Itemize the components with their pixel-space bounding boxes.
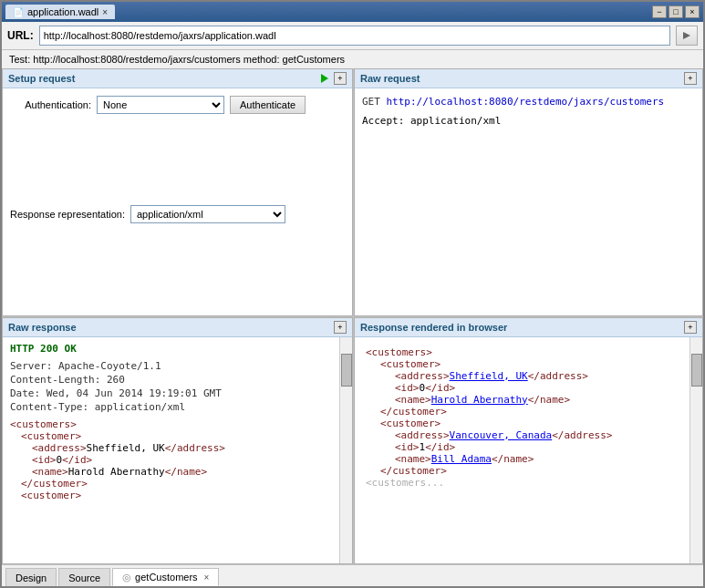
raw-response-expand-icon[interactable]: + [334, 321, 347, 334]
xml-line-4: <id>0</id> [10, 454, 337, 466]
response-repr-row: Response representation: application/xml… [10, 205, 345, 223]
tab-source-label: Source [68, 573, 100, 583]
br-line-customer2: <customer> [366, 418, 684, 429]
title-tab[interactable]: 📄 application.wadl × [5, 5, 115, 19]
br-line-name1: <name>Harold Abernathy</name> [366, 394, 684, 406]
http-method: GET [362, 96, 380, 108]
browser-response-scroll[interactable]: <customers> <customer> <address>Sheffiel… [362, 343, 688, 559]
url-toolbar: URL: [2, 22, 703, 50]
br-line-address1: <address>Sheffield, UK</address> [366, 370, 684, 382]
browser-response-expand-icon[interactable]: + [684, 321, 697, 334]
tab-getcustomers-label: getCustomers [135, 572, 197, 583]
play-icon [321, 74, 328, 83]
raw-request-panel: Raw request + GET http://localhost:8080/… [354, 68, 703, 316]
xml-line-5: <name>Harold Abernathy</name> [10, 466, 337, 478]
test-info: Test: http://localhost:8080/restdemo/jax… [2, 50, 703, 68]
br-line-end-customer1: </customer> [366, 406, 684, 418]
raw-request-content: GET http://localhost:8080/restdemo/jaxrs… [355, 88, 702, 315]
tab-design[interactable]: Design [5, 568, 57, 586]
raw-response-content: HTTP 200 OK Server: Apache-Coyote/1.1 Co… [3, 337, 352, 564]
maximize-button[interactable]: □ [669, 5, 683, 18]
xml-line-3: <address>Sheffield, UK</address> [10, 442, 337, 454]
tab-getcustomers-close[interactable]: × [204, 573, 210, 583]
title-bar: 📄 application.wadl × − □ × [2, 2, 703, 22]
response-repr-select[interactable]: application/xmlapplication/jsontext/plai… [130, 205, 285, 223]
bottom-tab-bar: Design Source ◎ getCustomers × [2, 564, 703, 586]
browser-response-content: <customers> <customer> <address>Sheffiel… [355, 337, 702, 564]
raw-response-icons: + [334, 321, 347, 334]
raw-request-url: http://localhost:8080/restdemo/jaxrs/cus… [387, 96, 665, 108]
svg-marker-0 [683, 32, 690, 39]
raw-request-accept: Accept: application/xml [362, 115, 695, 127]
raw-request-icons: + [684, 72, 697, 85]
play-icon-btn[interactable] [318, 72, 331, 85]
go-button[interactable] [676, 26, 698, 46]
browser-scrollbar-thumb[interactable] [691, 354, 702, 387]
raw-response-scrollbar-thumb[interactable] [341, 354, 352, 387]
minimize-button[interactable]: − [652, 5, 667, 18]
go-icon [681, 30, 692, 41]
raw-request-expand-icon[interactable]: + [684, 72, 697, 85]
authenticate-button[interactable]: Authenticate [230, 96, 306, 114]
main-window: 📄 application.wadl × − □ × URL: Test: ht… [0, 0, 705, 588]
raw-response-panel: Raw response + HTTP 200 OK Server: Apach… [2, 317, 353, 565]
close-button[interactable]: × [685, 5, 700, 18]
title-tab-label: application.wadl [27, 6, 98, 17]
tab-design-label: Design [16, 573, 47, 583]
browser-response-header: Response rendered in browser + [355, 318, 702, 337]
setup-request-panel: Setup request + Authentication: NoneBasi… [2, 68, 353, 316]
raw-response-scroll[interactable]: HTTP 200 OK Server: Apache-Coyote/1.1 Co… [10, 343, 337, 559]
title-bar-left: 📄 application.wadl × [5, 5, 115, 19]
header-server: Server: Apache-Coyote/1.1 [10, 360, 337, 372]
setup-request-header: Setup request + [3, 69, 352, 88]
xml-line-1: <customers> [10, 418, 337, 430]
response-repr-label: Response representation: [10, 209, 130, 220]
url-input[interactable] [39, 26, 670, 46]
setup-request-content: Authentication: NoneBasicOAuth Authentic… [3, 88, 352, 315]
header-date: Date: Wed, 04 Jun 2014 19:19:01 GMT [10, 387, 337, 399]
browser-xml: <customers> <customer> <address>Sheffiel… [362, 343, 688, 492]
bottom-panels: Raw response + HTTP 200 OK Server: Apach… [2, 317, 703, 565]
header-content-type: Content-Type: application/xml [10, 401, 337, 413]
raw-response-scrollbar[interactable] [339, 337, 352, 564]
raw-request-header: Raw request + [355, 69, 702, 88]
header-content-length: Content-Length: 260 [10, 374, 337, 386]
xml-line-2: <customer> [10, 430, 337, 442]
br-line-name2: <name>Bill Adama</name> [366, 453, 684, 465]
auth-select[interactable]: NoneBasicOAuth [97, 96, 224, 114]
auth-label: Authentication: [10, 99, 97, 110]
br-line-customers: <customers> [366, 346, 684, 358]
tab-getcustomers[interactable]: ◎ getCustomers × [112, 568, 219, 586]
br-line-customer1: <customer> [366, 358, 684, 370]
br-line-end-customer2: </customer> [366, 465, 684, 477]
browser-response-title: Response rendered in browser [360, 322, 507, 333]
test-info-text: Test: http://localhost:8080/restdemo/jax… [9, 54, 345, 65]
br-line-id1: <id>0</id> [366, 382, 684, 394]
browser-response-panel: Response rendered in browser + <customer… [354, 317, 703, 565]
br-line-address2: <address>Vancouver, Canada</address> [366, 429, 684, 441]
raw-response-title: Raw response [8, 322, 77, 333]
url-label: URL: [7, 29, 34, 42]
tab-source[interactable]: Source [58, 568, 110, 586]
raw-xml-content: <customers> <customer> <address>Sheffiel… [10, 418, 337, 501]
browser-scrollbar[interactable] [689, 337, 702, 564]
top-panels: Setup request + Authentication: NoneBasi… [2, 68, 703, 316]
panels-container: Setup request + Authentication: NoneBasi… [2, 68, 703, 564]
xml-line-7: <customer> [10, 490, 337, 501]
auth-row: Authentication: NoneBasicOAuth Authentic… [10, 96, 345, 114]
xml-line-6: </customer> [10, 478, 337, 490]
tab-getcustomers-icon: ◎ [122, 572, 131, 583]
br-line-id2: <id>1</id> [366, 441, 684, 453]
title-tab-close[interactable]: × [102, 7, 108, 17]
setup-expand-icon[interactable]: + [334, 72, 347, 85]
browser-response-icons: + [684, 321, 697, 334]
title-tab-icon: 📄 [13, 7, 24, 17]
raw-response-header: Raw response + [3, 318, 352, 337]
title-bar-controls: − □ × [652, 5, 700, 18]
raw-request-line1: GET http://localhost:8080/restdemo/jaxrs… [362, 96, 695, 108]
br-line-end-customers: <customers... [366, 477, 684, 489]
http-status: HTTP 200 OK [10, 343, 337, 355]
setup-request-title: Setup request [8, 73, 75, 84]
raw-request-title: Raw request [360, 73, 420, 84]
setup-request-icons: + [318, 72, 347, 85]
